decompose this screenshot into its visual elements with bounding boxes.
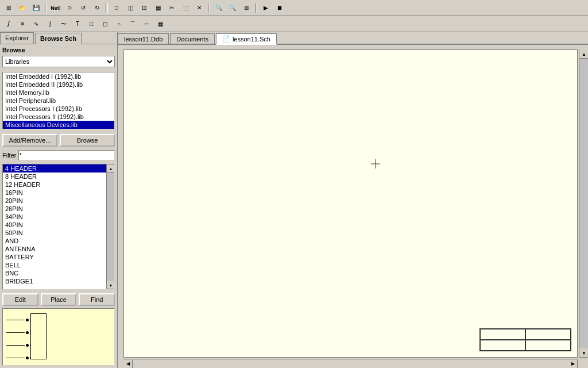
add-remove-btn[interactable]: Add/Remove...	[2, 134, 57, 147]
component-item-and[interactable]: AND	[3, 237, 106, 245]
toolbar-btn-run[interactable]: ▶	[260, 2, 272, 14]
right-content: lesson11.Ddb Documents 📄 lesson11.Sch	[118, 32, 588, 368]
content-tab-bar: lesson11.Ddb Documents 📄 lesson11.Sch	[118, 32, 588, 45]
canvas-area[interactable]: ▲ ▼ ◀ ▶	[118, 45, 588, 368]
component-item-battery[interactable]: BATTERY	[3, 253, 106, 261]
schematic-view[interactable]	[123, 49, 578, 358]
toolbar-btn-undo[interactable]: ↺	[77, 2, 90, 14]
draw-wave-btn[interactable]: 〜	[57, 18, 70, 30]
find-btn[interactable]: Find	[79, 293, 115, 306]
preview-body	[30, 313, 47, 359]
toolbar-2: / ✕ ∿ ∫ 〜 T □ ◻ ○ ⌒ ─ ▦	[0, 16, 588, 32]
tab-lesson11-ddb[interactable]: lesson11.Ddb	[118, 33, 169, 44]
scroll-down-btn-v[interactable]: ▼	[579, 348, 588, 358]
component-item-16pin[interactable]: 16PIN	[3, 189, 106, 197]
toolbar-btn-delete[interactable]: ✕	[193, 2, 206, 14]
edit-btn[interactable]: Edit	[2, 293, 38, 306]
library-item-proc2[interactable]: Intel Processors II (1992).lib	[3, 113, 114, 121]
component-item-26pin[interactable]: 26PIN	[3, 205, 106, 213]
scroll-track[interactable]	[107, 172, 114, 281]
tab-sch-label: lesson11.Sch	[233, 36, 270, 43]
component-list-scrollbar[interactable]: ▲ ▼	[106, 164, 114, 289]
title-cell-3	[480, 340, 525, 351]
tab-ddb-label: lesson11.Ddb	[124, 36, 163, 43]
toolbar-btn-fit[interactable]: ⊞	[240, 2, 253, 14]
scroll-up-btn[interactable]: ▲	[107, 164, 115, 172]
library-item-peripheral[interactable]: Intel Peripheral.lib	[3, 97, 114, 105]
library-item[interactable]: Intel Embedded I (1992).lib	[3, 72, 114, 80]
separator-1	[45, 3, 47, 13]
separator-4	[255, 3, 257, 13]
component-item-4header[interactable]: 4 HEADER	[3, 164, 106, 172]
draw-circle-btn[interactable]: ○	[113, 18, 125, 30]
add-remove-browse-row: Add/Remove... Browse	[0, 132, 117, 149]
toolbar-btn-new[interactable]: ⊞	[2, 2, 15, 14]
toolbar-btn-net[interactable]: Net!	[49, 2, 62, 14]
scroll-left-btn[interactable]: ◀	[123, 359, 133, 369]
tab-documents[interactable]: Documents	[170, 33, 215, 44]
tab-browse-sch[interactable]: Browse Sch	[35, 33, 82, 44]
toolbar-btn-zoom-in[interactable]: 🔍	[212, 2, 225, 14]
component-item-34pin[interactable]: 34PIN	[3, 213, 106, 221]
component-item-antenna[interactable]: ANTENNA	[3, 245, 106, 253]
component-list-container: 4 HEADER 8 HEADER 12 HEADER 16PIN 20PIN …	[2, 164, 115, 290]
draw-grid-btn[interactable]: ▦	[154, 18, 167, 30]
toolbar-btn-zoom-out[interactable]: 🔍	[226, 2, 239, 14]
draw-rect-btn[interactable]: □	[85, 18, 98, 30]
horizontal-scrollbar[interactable]: ◀ ▶	[123, 359, 578, 368]
draw-x-btn[interactable]: ✕	[16, 18, 29, 30]
component-item-bell[interactable]: BELL	[3, 261, 106, 269]
toolbar-btn-11[interactable]: ▦	[152, 2, 164, 14]
draw-line-btn[interactable]: /	[2, 18, 15, 30]
tab-docs-label: Documents	[176, 36, 208, 43]
library-item-misc[interactable]: Miscellaneous Devices.lib	[3, 121, 114, 129]
toolbar-btn-open[interactable]: 📂	[16, 2, 29, 14]
component-item-50pin[interactable]: 50PIN	[3, 229, 106, 237]
draw-curve-btn[interactable]: ∿	[30, 18, 42, 30]
filter-label: Filter	[2, 152, 16, 159]
draw-arc-btn[interactable]: ⌒	[126, 18, 139, 30]
place-btn[interactable]: Place	[41, 293, 77, 306]
toolbar-btn-copy[interactable]: ⬚	[179, 2, 192, 14]
cursor-position	[371, 159, 380, 168]
toolbar-btn-9[interactable]: ◫	[124, 2, 137, 14]
toolbar-1: ⊞ 📂 💾 Net! ⊃ ↺ ↻ □ ◫ ⊡ ▦ ✂ ⬚ ✕ 🔍 🔍 ⊞ ▶ ⏹	[0, 0, 588, 16]
tab-lesson11-sch[interactable]: 📄 lesson11.Sch	[216, 33, 277, 45]
vertical-scrollbar[interactable]: ▲ ▼	[579, 49, 588, 358]
browse-dropdown[interactable]: Libraries Components Nets	[2, 56, 115, 67]
toolbar-btn-stop[interactable]: ⏹	[273, 2, 286, 14]
filter-input[interactable]	[18, 150, 115, 160]
toolbar-btn-8[interactable]: □	[110, 2, 123, 14]
component-item-40pin[interactable]: 40PIN	[3, 221, 106, 229]
toolbar-btn-10[interactable]: ⊡	[138, 2, 150, 14]
draw-line2-btn[interactable]: ─	[140, 18, 153, 30]
library-list: Intel Embedded I (1992).lib Intel Embedd…	[2, 72, 115, 129]
draw-rect2-btn[interactable]: ◻	[99, 18, 111, 30]
component-item-12header[interactable]: 12 HEADER	[3, 181, 106, 189]
title-block	[479, 328, 571, 351]
component-item-bnc[interactable]: BNC	[3, 269, 106, 277]
title-cell-4	[525, 340, 571, 351]
component-item-bridge1[interactable]: BRIDGE1	[3, 277, 106, 285]
tab-explorer[interactable]: Explorer	[0, 32, 34, 44]
scroll-up-btn[interactable]: ▲	[579, 49, 588, 59]
component-list: 4 HEADER 8 HEADER 12 HEADER 16PIN 20PIN …	[3, 164, 106, 289]
left-panel: Explorer Browse Sch Browse Libraries Com…	[0, 32, 118, 368]
component-item-8header[interactable]: 8 HEADER	[3, 172, 106, 181]
library-item-proc1[interactable]: Intel Processors I (1992).lib	[3, 105, 114, 113]
library-item-memory[interactable]: Intel Memory.lib	[3, 89, 114, 97]
v-scroll-track[interactable]	[579, 59, 588, 348]
library-item[interactable]: Intel Embedded II (1992).lib	[3, 80, 114, 89]
scroll-right-btn[interactable]: ▶	[568, 359, 578, 369]
browse-lib-btn[interactable]: Browse	[60, 134, 115, 147]
browse-section: Browse Libraries Components Nets	[0, 44, 117, 70]
draw-text-btn[interactable]: T	[71, 18, 84, 30]
toolbar-btn-save[interactable]: 💾	[30, 2, 42, 14]
toolbar-btn-redo[interactable]: ↻	[91, 2, 103, 14]
component-item-20pin[interactable]: 20PIN	[3, 197, 106, 205]
filter-row: Filter	[2, 150, 115, 160]
scroll-down-btn[interactable]: ▼	[107, 281, 115, 289]
toolbar-btn-cut[interactable]: ✂	[165, 2, 178, 14]
draw-integral-btn[interactable]: ∫	[44, 18, 56, 30]
toolbar-btn-5[interactable]: ⊃	[63, 2, 76, 14]
